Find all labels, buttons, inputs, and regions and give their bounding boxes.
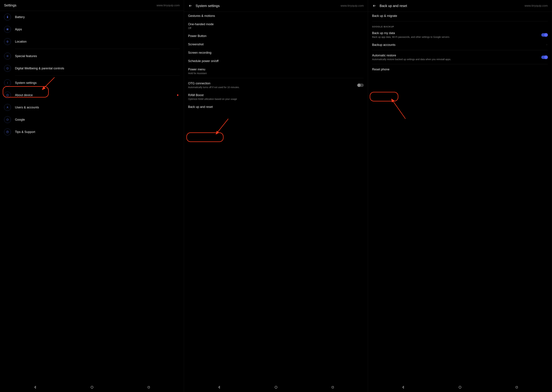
settings-item-tips[interactable]: Tips & Support	[0, 126, 184, 138]
nav-recent-icon[interactable]	[330, 385, 335, 390]
arrow-left-icon	[373, 4, 376, 8]
item-label: Back up my data	[372, 31, 548, 35]
settings-item-wellbeing[interactable]: Digital Wellbeing & parental controls	[0, 62, 184, 75]
system-item-otg[interactable]: OTG connection Automatically turns off i…	[184, 79, 368, 91]
svg-rect-3	[7, 29, 7, 29]
nav-recent-icon[interactable]	[146, 385, 152, 390]
toggle-otg[interactable]	[357, 84, 364, 87]
chevron-right-icon	[546, 43, 548, 47]
callout-highlight-reset-phone	[370, 92, 398, 101]
nav-home-icon[interactable]	[457, 385, 463, 390]
settings-item-label: System settings	[15, 81, 37, 85]
nav-back-icon[interactable]	[217, 385, 222, 390]
system-item-schedule[interactable]: Schedule power on/off	[184, 57, 368, 65]
page-title: System settings	[196, 4, 220, 8]
nav-back-icon[interactable]	[33, 385, 38, 390]
settings-item-label: Apps	[15, 28, 22, 31]
nav-back-icon[interactable]	[400, 385, 406, 390]
settings-item-label: Special features	[15, 54, 37, 58]
svg-point-26	[275, 386, 277, 388]
item-label: Back up and reset	[188, 105, 364, 109]
item-reset-phone[interactable]: Reset phone	[368, 65, 552, 74]
header-backup: Back up and reset www.tinyquip.com	[368, 0, 552, 12]
svg-point-16	[7, 107, 8, 108]
nav-bar	[0, 382, 184, 392]
settings-item-label: Location	[15, 40, 27, 43]
svg-point-30	[459, 386, 461, 388]
svg-rect-2	[7, 17, 8, 18]
svg-rect-5	[7, 29, 7, 30]
watermark: www.tinyquip.com	[157, 4, 180, 7]
item-backup-my-data[interactable]: Back up my data Back up app data, Wi-Fi …	[368, 29, 552, 41]
svg-point-9	[7, 56, 8, 56]
google-icon	[4, 116, 11, 123]
svg-line-29	[392, 99, 406, 119]
system-item-recording[interactable]: Screen recording	[184, 49, 368, 57]
svg-rect-27	[332, 386, 334, 388]
settings-item-google[interactable]: Google	[0, 113, 184, 126]
settings-item-apps[interactable]: Apps	[0, 23, 184, 35]
callout-highlight-backup-reset	[186, 133, 223, 142]
svg-rect-31	[516, 386, 518, 388]
nav-bar	[368, 382, 552, 392]
svg-rect-4	[8, 29, 8, 29]
item-backup-migrate[interactable]: Back up & migrate	[368, 12, 552, 20]
star-icon	[4, 53, 11, 59]
svg-rect-23	[148, 386, 150, 388]
backup-list: Back up & migrate GOOGLE BACKUP Back up …	[368, 12, 552, 382]
item-auto-restore[interactable]: Automatic restore Automatically restore …	[368, 51, 552, 63]
divider	[372, 64, 548, 64]
svg-point-7	[7, 41, 8, 42]
callout-arrow-reset-phone	[388, 97, 409, 120]
settings-item-users[interactable]: Users & accounts	[0, 101, 184, 113]
divider	[15, 49, 180, 49]
system-item-screenshot[interactable]: Screenshot	[184, 40, 368, 49]
pin-icon	[4, 38, 11, 45]
settings-item-label: Battery	[15, 15, 25, 19]
notif-dot	[177, 94, 178, 96]
system-item-powerbutton[interactable]: Power Button	[184, 32, 368, 40]
panel-system-settings: System settings www.tinyquip.com Gesture…	[184, 0, 368, 392]
toggle-backup-data[interactable]	[541, 33, 548, 37]
system-item-gestures[interactable]: Gestures & motions	[184, 12, 368, 20]
toggle-auto-restore[interactable]	[541, 56, 548, 59]
svg-rect-1	[7, 16, 8, 16]
item-label: Back up & migrate	[372, 14, 548, 18]
svg-point-15	[7, 94, 8, 95]
divider	[188, 78, 364, 78]
system-item-ramboost[interactable]: RAM Boost Optimize RAM utilization based…	[184, 91, 368, 103]
svg-point-22	[91, 386, 93, 388]
info-icon	[4, 92, 11, 98]
back-button[interactable]	[188, 3, 193, 8]
nav-home-icon[interactable]	[273, 385, 279, 390]
svg-point-10	[7, 82, 8, 82]
settings-item-about[interactable]: About device	[0, 89, 184, 101]
nav-bar	[184, 382, 368, 392]
item-label: RAM Boost	[188, 93, 364, 97]
system-item-powermenu[interactable]: Power menu Hold for Assistant	[184, 65, 368, 77]
user-icon	[4, 104, 11, 111]
item-label: Automatic restore	[372, 54, 548, 57]
settings-item-location[interactable]: Location	[0, 35, 184, 48]
item-label: Reset phone	[372, 68, 548, 71]
item-label: Screen recording	[188, 51, 364, 55]
settings-list: Battery Apps Location Special features	[0, 11, 184, 382]
item-sub: Back up app data, Wi-Fi passwords, and o…	[372, 36, 509, 38]
panel-backup-reset: Back up and reset www.tinyquip.com Back …	[368, 0, 552, 392]
nav-home-icon[interactable]	[89, 385, 95, 390]
settings-item-battery[interactable]: Battery	[0, 11, 184, 23]
page-title: Back up and reset	[380, 4, 407, 8]
watermark: www.tinyquip.com	[524, 4, 548, 7]
settings-item-system[interactable]: System settings	[0, 77, 184, 89]
svg-point-17	[7, 119, 8, 121]
nav-recent-icon[interactable]	[514, 385, 519, 390]
item-backup-accounts[interactable]: Backup accounts	[368, 41, 552, 49]
page-title: Settings	[4, 3, 16, 7]
system-item-backup-reset[interactable]: Back up and reset	[184, 103, 368, 111]
back-button[interactable]	[372, 3, 377, 8]
settings-item-special[interactable]: Special features	[0, 50, 184, 62]
system-item-onehanded[interactable]: One-handed mode Off	[184, 20, 368, 32]
settings-item-label: Digital Wellbeing & parental controls	[15, 67, 64, 70]
item-label: Screenshot	[188, 43, 364, 46]
item-sub: Automatically restore backed up settings…	[372, 58, 509, 61]
